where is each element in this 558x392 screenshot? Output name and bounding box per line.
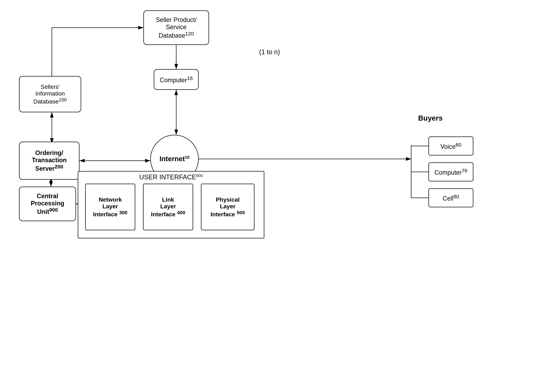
buyers-label: Buyers bbox=[418, 114, 443, 122]
computer-buyer-sup: 76 bbox=[462, 168, 467, 174]
computer16-box: Computer16 bbox=[154, 69, 199, 90]
ll-sup: 400 bbox=[177, 210, 185, 215]
diagram: Seller Product/ServiceDatabase120 Comput… bbox=[0, 0, 558, 392]
nl-sup: 300 bbox=[119, 210, 127, 215]
cpu-label: CentralProcessingUnit900 bbox=[31, 192, 64, 215]
user-interface-box: USER INTERFACE600 NetworkLayerInterface … bbox=[78, 171, 264, 238]
pl-sup: 500 bbox=[237, 210, 245, 215]
link-layer-label: LinkLayerInterface 400 bbox=[151, 196, 185, 218]
sellers-info-sup: 100 bbox=[59, 97, 67, 103]
cpu-sup: 900 bbox=[49, 207, 58, 213]
internet-sup: 10 bbox=[185, 155, 190, 160]
link-layer-box: LinkLayerInterface 400 bbox=[143, 184, 193, 230]
seller-db-sup: 120 bbox=[185, 31, 194, 36]
network-layer-label: NetworkLayerInterface 300 bbox=[93, 196, 127, 218]
seller-db-label: Seller Product/ServiceDatabase120 bbox=[156, 16, 197, 39]
physical-layer-label: PhysicalLayerInterface 500 bbox=[211, 196, 245, 218]
internet-label: Internet10 bbox=[159, 155, 189, 163]
computer-buyer-label: Computer76 bbox=[434, 168, 467, 176]
ordering-label: Ordering/TransactionServer200 bbox=[32, 149, 67, 172]
cell-box: Cell80 bbox=[428, 188, 473, 207]
computer16-sup: 16 bbox=[187, 75, 193, 81]
computer-buyer-box: Computer76 bbox=[428, 162, 473, 181]
seller-db-box: Seller Product/ServiceDatabase120 bbox=[143, 10, 209, 45]
voice-sup: 60 bbox=[455, 142, 461, 148]
physical-layer-box: PhysicalLayerInterface 500 bbox=[201, 184, 254, 230]
voice-box: Voice60 bbox=[428, 137, 473, 156]
voice-label: Voice60 bbox=[440, 142, 461, 150]
sellers-info-label: Sellers'InformationDatabase100 bbox=[34, 83, 67, 105]
ui-sup: 600 bbox=[196, 173, 203, 178]
user-interface-title: USER INTERFACE600 bbox=[78, 173, 264, 181]
ordering-box: Ordering/TransactionServer200 bbox=[19, 142, 79, 180]
network-layer-box: NetworkLayerInterface 300 bbox=[85, 184, 135, 230]
cell-label: Cell80 bbox=[443, 194, 459, 202]
ordering-sup: 200 bbox=[55, 164, 63, 169]
sellers-info-box: Sellers'InformationDatabase100 bbox=[19, 76, 81, 112]
one-to-n-label: (1 to n) bbox=[259, 48, 280, 56]
computer16-label: Computer16 bbox=[160, 75, 193, 84]
cpu-box: CentralProcessingUnit900 bbox=[19, 187, 76, 221]
cell-sup: 80 bbox=[453, 194, 459, 199]
